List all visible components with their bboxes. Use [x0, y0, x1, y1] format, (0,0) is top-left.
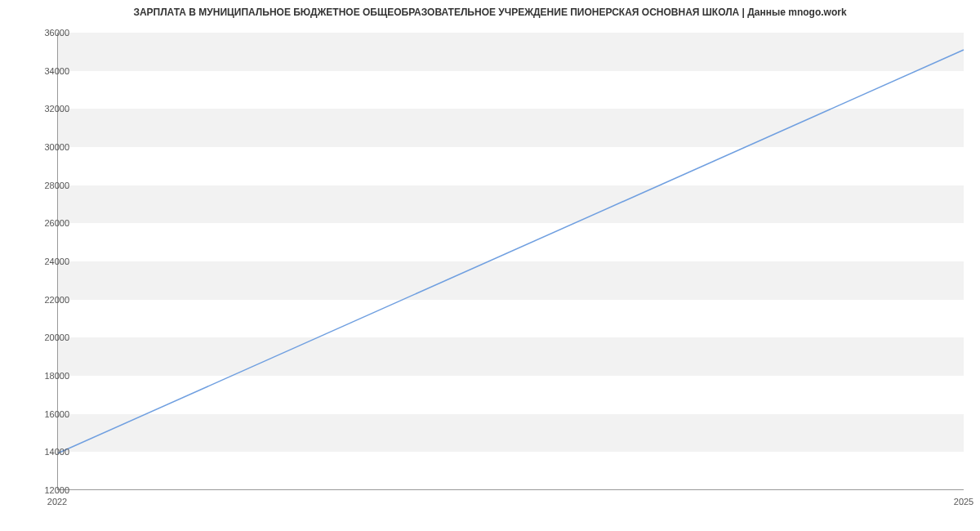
y-tick-label: 26000 [29, 218, 69, 228]
x-tick-label: 2025 [954, 497, 973, 506]
y-tick-label: 20000 [29, 332, 69, 342]
series-salary-line [58, 50, 964, 453]
y-tick-label: 18000 [29, 371, 69, 381]
y-tick-label: 16000 [29, 409, 69, 419]
salary-chart: ЗАРПЛАТА В МУНИЦИПАЛЬНОЕ БЮДЖЕТНОЕ ОБЩЕО… [0, 0, 980, 531]
y-tick-label: 36000 [29, 28, 69, 38]
chart-title: ЗАРПЛАТА В МУНИЦИПАЛЬНОЕ БЮДЖЕТНОЕ ОБЩЕО… [0, 7, 980, 18]
y-tick-label: 12000 [29, 485, 69, 495]
line-layer [58, 33, 964, 489]
plot-area [57, 33, 964, 490]
y-tick-label: 24000 [29, 257, 69, 266]
y-tick-label: 32000 [29, 104, 69, 114]
x-tick-label: 2022 [47, 497, 67, 506]
y-tick-label: 14000 [29, 447, 69, 457]
y-tick-label: 30000 [29, 142, 69, 152]
y-tick-label: 22000 [29, 295, 69, 305]
y-tick-label: 34000 [29, 66, 69, 76]
y-tick-label: 28000 [29, 181, 69, 190]
